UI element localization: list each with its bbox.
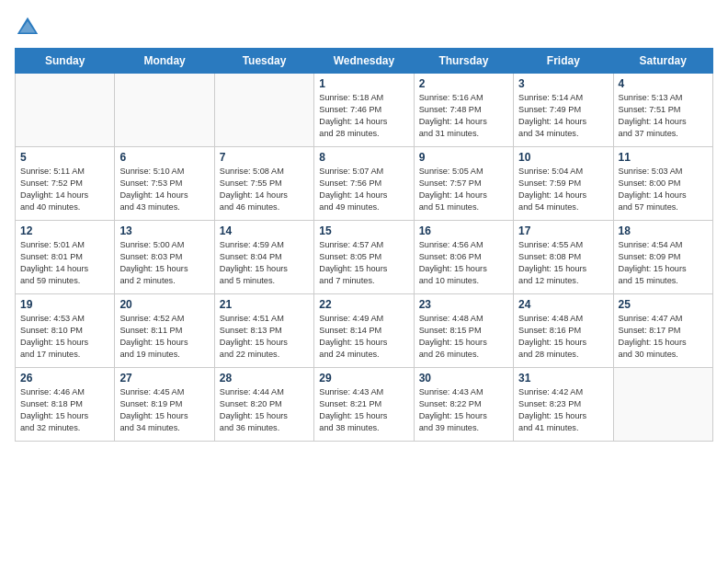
calendar-cell: 7Sunrise: 5:08 AM Sunset: 7:55 PM Daylig… xyxy=(214,147,313,221)
day-info: Sunrise: 5:10 AM Sunset: 7:53 PM Dayligh… xyxy=(119,166,209,213)
day-info: Sunrise: 5:00 AM Sunset: 8:03 PM Dayligh… xyxy=(119,239,209,287)
day-number: 25 xyxy=(619,298,708,311)
week-row-1: 1Sunrise: 5:18 AM Sunset: 7:46 PM Daylig… xyxy=(16,74,713,147)
day-number: 26 xyxy=(20,372,109,385)
day-header-friday: Friday xyxy=(514,49,613,74)
day-info: Sunrise: 4:53 AM Sunset: 8:10 PM Dayligh… xyxy=(20,313,109,361)
week-row-3: 12Sunrise: 5:01 AM Sunset: 8:01 PM Dayli… xyxy=(16,221,713,294)
day-info: Sunrise: 4:54 AM Sunset: 8:09 PM Dayligh… xyxy=(619,239,708,287)
day-header-monday: Monday xyxy=(115,49,214,74)
day-number: 24 xyxy=(518,298,608,311)
day-number: 14 xyxy=(220,224,309,237)
day-number: 8 xyxy=(319,151,408,164)
calendar-cell: 11Sunrise: 5:03 AM Sunset: 8:00 PM Dayli… xyxy=(613,147,712,221)
day-number: 4 xyxy=(619,77,708,90)
day-info: Sunrise: 4:43 AM Sunset: 8:22 PM Dayligh… xyxy=(419,386,508,434)
day-number: 6 xyxy=(119,151,209,164)
day-info: Sunrise: 5:08 AM Sunset: 7:55 PM Dayligh… xyxy=(220,166,309,213)
day-info: Sunrise: 4:51 AM Sunset: 8:13 PM Dayligh… xyxy=(220,313,309,361)
calendar-cell: 20Sunrise: 4:52 AM Sunset: 8:11 PM Dayli… xyxy=(115,294,214,368)
day-info: Sunrise: 5:18 AM Sunset: 7:46 PM Dayligh… xyxy=(319,92,408,140)
day-info: Sunrise: 4:42 AM Sunset: 8:23 PM Dayligh… xyxy=(518,386,608,434)
day-header-saturday: Saturday xyxy=(613,49,712,74)
calendar-cell xyxy=(16,74,115,147)
calendar-cell: 30Sunrise: 4:43 AM Sunset: 8:22 PM Dayli… xyxy=(414,368,513,442)
day-number: 7 xyxy=(220,151,309,164)
day-info: Sunrise: 5:01 AM Sunset: 8:01 PM Dayligh… xyxy=(20,239,109,287)
day-number: 28 xyxy=(220,372,309,385)
calendar-cell: 19Sunrise: 4:53 AM Sunset: 8:10 PM Dayli… xyxy=(16,294,115,368)
calendar-cell xyxy=(214,74,313,147)
calendar-cell: 15Sunrise: 4:57 AM Sunset: 8:05 PM Dayli… xyxy=(314,221,414,294)
calendar-cell xyxy=(613,368,712,442)
day-info: Sunrise: 5:04 AM Sunset: 7:59 PM Dayligh… xyxy=(518,166,608,213)
day-number: 19 xyxy=(20,298,109,311)
day-header-wednesday: Wednesday xyxy=(314,49,414,74)
day-number: 9 xyxy=(419,151,508,164)
day-info: Sunrise: 5:16 AM Sunset: 7:48 PM Dayligh… xyxy=(419,92,508,140)
calendar-cell: 16Sunrise: 4:56 AM Sunset: 8:06 PM Dayli… xyxy=(414,221,513,294)
day-number: 21 xyxy=(220,298,309,311)
day-number: 18 xyxy=(619,224,708,237)
day-number: 12 xyxy=(20,224,109,237)
calendar-cell: 8Sunrise: 5:07 AM Sunset: 7:56 PM Daylig… xyxy=(314,147,414,221)
header-row: SundayMondayTuesdayWednesdayThursdayFrid… xyxy=(16,49,713,74)
day-info: Sunrise: 4:44 AM Sunset: 8:20 PM Dayligh… xyxy=(220,386,309,434)
day-number: 31 xyxy=(518,372,608,385)
day-info: Sunrise: 4:57 AM Sunset: 8:05 PM Dayligh… xyxy=(319,239,408,287)
calendar-cell: 29Sunrise: 4:43 AM Sunset: 8:21 PM Dayli… xyxy=(314,368,414,442)
calendar-cell: 17Sunrise: 4:55 AM Sunset: 8:08 PM Dayli… xyxy=(514,221,613,294)
day-number: 10 xyxy=(518,151,608,164)
day-number: 5 xyxy=(20,151,109,164)
calendar-cell: 4Sunrise: 5:13 AM Sunset: 7:51 PM Daylig… xyxy=(613,74,712,147)
calendar-cell: 23Sunrise: 4:48 AM Sunset: 8:15 PM Dayli… xyxy=(414,294,513,368)
day-number: 11 xyxy=(619,151,708,164)
week-row-2: 5Sunrise: 5:11 AM Sunset: 7:52 PM Daylig… xyxy=(16,147,713,221)
day-info: Sunrise: 4:55 AM Sunset: 8:08 PM Dayligh… xyxy=(518,239,608,287)
calendar-cell: 3Sunrise: 5:14 AM Sunset: 7:49 PM Daylig… xyxy=(514,74,613,147)
day-info: Sunrise: 4:52 AM Sunset: 8:11 PM Dayligh… xyxy=(119,313,209,361)
day-info: Sunrise: 4:59 AM Sunset: 8:04 PM Dayligh… xyxy=(220,239,309,287)
calendar-cell: 13Sunrise: 5:00 AM Sunset: 8:03 PM Dayli… xyxy=(115,221,214,294)
calendar-cell: 10Sunrise: 5:04 AM Sunset: 7:59 PM Dayli… xyxy=(514,147,613,221)
week-row-5: 26Sunrise: 4:46 AM Sunset: 8:18 PM Dayli… xyxy=(16,368,713,442)
calendar-cell: 24Sunrise: 4:48 AM Sunset: 8:16 PM Dayli… xyxy=(514,294,613,368)
logo xyxy=(15,15,44,40)
day-info: Sunrise: 4:46 AM Sunset: 8:18 PM Dayligh… xyxy=(20,386,109,434)
calendar-cell: 1Sunrise: 5:18 AM Sunset: 7:46 PM Daylig… xyxy=(314,74,414,147)
calendar-cell xyxy=(115,74,214,147)
day-info: Sunrise: 5:07 AM Sunset: 7:56 PM Dayligh… xyxy=(319,166,408,213)
day-header-thursday: Thursday xyxy=(414,49,513,74)
day-number: 22 xyxy=(319,298,408,311)
day-header-sunday: Sunday xyxy=(16,49,115,74)
day-number: 15 xyxy=(319,224,408,237)
day-info: Sunrise: 5:03 AM Sunset: 8:00 PM Dayligh… xyxy=(619,166,708,213)
day-info: Sunrise: 4:47 AM Sunset: 8:17 PM Dayligh… xyxy=(619,313,708,361)
day-info: Sunrise: 4:43 AM Sunset: 8:21 PM Dayligh… xyxy=(319,386,408,434)
calendar-cell: 27Sunrise: 4:45 AM Sunset: 8:19 PM Dayli… xyxy=(115,368,214,442)
day-number: 29 xyxy=(319,372,408,385)
calendar-cell: 18Sunrise: 4:54 AM Sunset: 8:09 PM Dayli… xyxy=(613,221,712,294)
day-info: Sunrise: 5:14 AM Sunset: 7:49 PM Dayligh… xyxy=(518,92,608,140)
day-info: Sunrise: 5:11 AM Sunset: 7:52 PM Dayligh… xyxy=(20,166,109,213)
calendar-cell: 5Sunrise: 5:11 AM Sunset: 7:52 PM Daylig… xyxy=(16,147,115,221)
day-info: Sunrise: 4:48 AM Sunset: 8:16 PM Dayligh… xyxy=(518,313,608,361)
page-header xyxy=(15,15,713,40)
day-number: 27 xyxy=(119,372,209,385)
day-number: 1 xyxy=(319,77,408,90)
day-number: 23 xyxy=(419,298,508,311)
day-number: 17 xyxy=(518,224,608,237)
calendar-cell: 31Sunrise: 4:42 AM Sunset: 8:23 PM Dayli… xyxy=(514,368,613,442)
calendar-cell: 26Sunrise: 4:46 AM Sunset: 8:18 PM Dayli… xyxy=(16,368,115,442)
calendar-cell: 12Sunrise: 5:01 AM Sunset: 8:01 PM Dayli… xyxy=(16,221,115,294)
day-number: 3 xyxy=(518,77,608,90)
calendar-cell: 28Sunrise: 4:44 AM Sunset: 8:20 PM Dayli… xyxy=(214,368,313,442)
day-number: 13 xyxy=(119,224,209,237)
day-info: Sunrise: 4:49 AM Sunset: 8:14 PM Dayligh… xyxy=(319,313,408,361)
calendar-cell: 9Sunrise: 5:05 AM Sunset: 7:57 PM Daylig… xyxy=(414,147,513,221)
logo-icon xyxy=(15,15,40,40)
calendar-table: SundayMondayTuesdayWednesdayThursdayFrid… xyxy=(15,48,713,442)
calendar-cell: 14Sunrise: 4:59 AM Sunset: 8:04 PM Dayli… xyxy=(214,221,313,294)
day-info: Sunrise: 5:13 AM Sunset: 7:51 PM Dayligh… xyxy=(619,92,708,140)
day-number: 20 xyxy=(119,298,209,311)
